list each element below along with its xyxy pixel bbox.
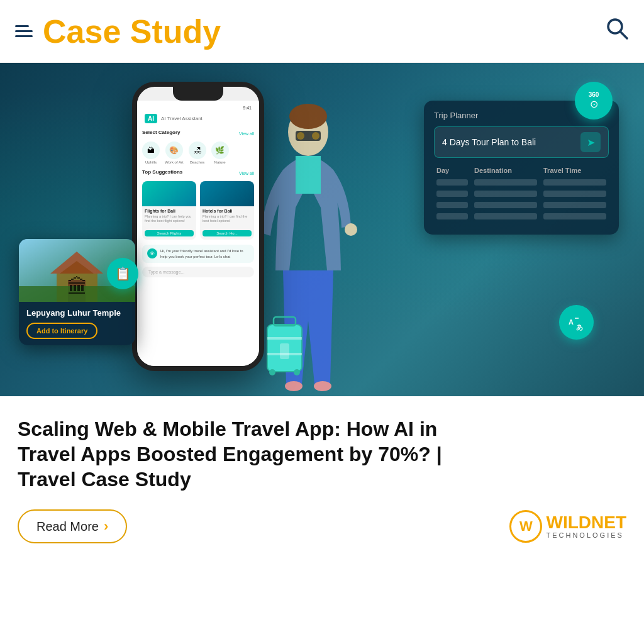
chat-text: Hi, I'm your friendly travel assistant a… xyxy=(160,248,249,259)
col-destination: Destination xyxy=(474,167,537,174)
svg-point-17 xyxy=(297,132,304,140)
trip-cell xyxy=(474,213,537,219)
trip-planner: Trip Planner 4 Days Tour Plan to Bali ➤ … xyxy=(424,101,619,235)
trip-row-3 xyxy=(434,202,609,208)
bali-card-title: Lepuyang Luhur Temple xyxy=(26,308,128,318)
trip-cell xyxy=(543,179,606,186)
svg-text:あ: あ xyxy=(576,323,583,331)
suggestions-label: Top Suggestions xyxy=(142,169,182,175)
flights-card-content: Flights for Bali Planning a trip? I can … xyxy=(142,206,196,240)
trip-cell xyxy=(543,202,606,208)
svg-point-11 xyxy=(289,104,327,129)
badge-360-icon: ⊙ xyxy=(590,98,598,110)
phone-status-bar: 9:41 xyxy=(142,106,254,110)
header: Case Study xyxy=(0,0,644,63)
trip-cell xyxy=(436,191,468,197)
hero-banner: Lepuyang Luhur Temple Add to Itinerary 📋… xyxy=(0,63,644,396)
search-hotels-button[interactable]: Search Ho... xyxy=(203,230,252,236)
chat-bubble: 👁 Hi, I'm your friendly travel assistant… xyxy=(142,245,254,263)
flights-card: Flights for Bali Planning a trip? I can … xyxy=(142,181,196,240)
add-to-itinerary-button[interactable]: Add to Itinerary xyxy=(26,323,97,339)
phone-notch xyxy=(173,87,223,101)
bali-card-content: Lepuyang Luhur Temple Add to Itinerary xyxy=(19,302,135,345)
category-uphills[interactable]: 🏔 Uphills xyxy=(142,142,160,164)
view-all-categories[interactable]: View all xyxy=(239,131,254,136)
trip-cell xyxy=(543,213,606,219)
read-more-label: Read More xyxy=(36,519,99,534)
nature-label: Nature xyxy=(214,160,226,164)
hotels-card: Hotels for Bali Planning a trip? I can f… xyxy=(200,181,254,240)
luggage-icon xyxy=(255,312,311,390)
svg-point-25 xyxy=(294,369,300,375)
phone-app-title: AI Travel Assistant xyxy=(161,116,203,122)
svg-rect-22 xyxy=(267,337,302,340)
svg-point-15 xyxy=(345,223,357,236)
trip-cell xyxy=(474,202,537,208)
svg-point-14 xyxy=(314,381,331,391)
trip-cell xyxy=(474,191,537,197)
badge-360: 360 ⊙ xyxy=(575,82,613,119)
art-label: Work of Art xyxy=(165,160,184,164)
translate-badge: A あ xyxy=(559,305,594,340)
category-nature[interactable]: 🌿 Nature xyxy=(211,142,229,164)
ai-badge: AI xyxy=(145,114,157,123)
badge-360-text: 360 xyxy=(589,91,599,98)
view-all-suggestions[interactable]: View all xyxy=(239,171,254,175)
wildnet-logo: W WILDNET TECHNOLOGIES xyxy=(509,510,626,543)
uphills-label: Uphills xyxy=(145,160,157,164)
menu-button[interactable] xyxy=(15,25,33,37)
category-beaches[interactable]: 🏖 Beaches xyxy=(189,142,206,164)
phone-mockup: 9:41 AI AI Travel Assistant Select Categ… xyxy=(132,82,264,371)
page-title: Case Study xyxy=(43,13,221,50)
header-left: Case Study xyxy=(15,13,221,50)
trip-table-header: Day Destination Travel Time xyxy=(434,167,609,174)
phone-screen: 9:41 AI AI Travel Assistant Select Categ… xyxy=(137,101,259,366)
beaches-icon: 🏖 xyxy=(189,142,206,159)
svg-point-18 xyxy=(312,132,319,140)
read-more-button[interactable]: Read More › xyxy=(18,509,127,543)
category-row: Select Category View all xyxy=(142,130,254,138)
art-icon: 🎨 xyxy=(165,142,183,159)
category-icons: 🏔 Uphills 🎨 Work of Art 🏖 Beaches 🌿 Natu… xyxy=(142,142,254,164)
hotels-card-content: Hotels for Bali Planning a trip? I can f… xyxy=(200,206,254,240)
net-text: NET xyxy=(591,513,626,532)
svg-point-24 xyxy=(269,369,275,375)
col-travel-time: Travel Time xyxy=(543,167,606,174)
flights-card-image xyxy=(142,181,196,206)
trip-input-row[interactable]: 4 Days Tour Plan to Bali ➤ xyxy=(434,126,609,158)
uphills-icon: 🏔 xyxy=(142,142,160,159)
svg-rect-23 xyxy=(267,353,302,355)
trip-row-4 xyxy=(434,213,609,219)
trip-cell xyxy=(543,191,606,197)
wildnet-logo-text: WILDNET TECHNOLOGIES xyxy=(546,514,626,539)
hotels-card-desc: Planning a trip? I can find the best hot… xyxy=(203,214,252,223)
search-icon[interactable] xyxy=(605,16,629,46)
trip-cell xyxy=(436,213,468,219)
wildnet-brand-name: WILDNET xyxy=(546,514,626,531)
trip-cell xyxy=(436,179,468,186)
flights-card-desc: Planning a trip? I can help you find the… xyxy=(145,214,194,223)
trip-input-text: 4 Days Tour Plan to Bali xyxy=(442,137,580,147)
trip-send-button[interactable]: ➤ xyxy=(580,132,601,152)
category-art[interactable]: 🎨 Work of Art xyxy=(165,142,184,164)
flights-card-title: Flights for Bali xyxy=(145,209,194,213)
svg-rect-12 xyxy=(296,156,321,194)
wild-text: WILD xyxy=(546,513,591,532)
chat-input[interactable]: Type a message... xyxy=(142,267,254,277)
trip-cell xyxy=(474,179,537,186)
chat-avatar: 👁 xyxy=(147,248,157,258)
suggestion-cards: Flights for Bali Planning a trip? I can … xyxy=(142,181,254,240)
location-badge: 📋 xyxy=(107,258,138,289)
trip-row-1 xyxy=(434,179,609,186)
hotels-card-image xyxy=(200,181,254,206)
beaches-label: Beaches xyxy=(190,160,204,164)
col-day: Day xyxy=(436,167,468,174)
category-label: Select Category xyxy=(142,130,180,135)
location-icon: 📋 xyxy=(115,266,131,281)
wildnet-logo-circle: W xyxy=(509,510,542,543)
content-area: Scaling Web & Mobile Travel App: How AI … xyxy=(0,396,644,558)
footer-row: Read More › W WILDNET TECHNOLOGIES xyxy=(18,509,626,543)
search-flights-button[interactable]: Search Flights xyxy=(145,230,194,236)
hotels-card-title: Hotels for Bali xyxy=(203,209,252,213)
suggestions-row: Top Suggestions View all xyxy=(142,169,254,177)
